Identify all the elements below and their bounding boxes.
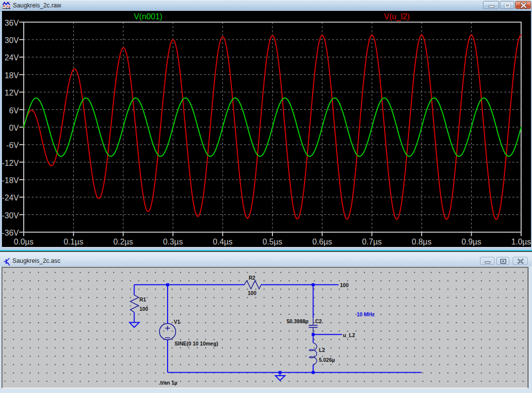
y-axis-label: -24V (2, 193, 19, 202)
waveform-document-icon (2, 1, 10, 9)
label-C2-value[interactable]: 50.3988p (287, 318, 309, 324)
y-axis-label: 12V (4, 88, 19, 97)
waveform-plot-pane[interactable]: 36V30V24V18V12V6V0V-6V-12V-18V-24V-30V-3… (2, 11, 531, 247)
y-axis-label: 0V (9, 123, 19, 132)
restore-icon (497, 257, 510, 265)
schematic-minimize-button[interactable] (480, 257, 494, 265)
x-axis-label: 0.6µs (312, 237, 332, 246)
y-axis-label: 6V (9, 106, 19, 115)
close-icon (513, 257, 528, 265)
waveform-window: Saugkreis_2c.raw 36V30V24V18V12V6V0V-6V-… (0, 0, 532, 251)
schematic-restore-button[interactable] (496, 257, 509, 265)
waveform-plot: 36V30V24V18V12V6V0V-6V-12V-18V-24V-30V-3… (2, 11, 531, 247)
y-axis-label: -6V (6, 141, 19, 149)
schematic-close-button[interactable] (513, 257, 528, 265)
y-axis-label: -18V (2, 176, 19, 185)
label-L2-name[interactable]: L2 (319, 347, 325, 353)
junction-dot (166, 283, 169, 286)
label-V1-value[interactable]: SINE(0 10 10meg) (175, 341, 218, 346)
trace-label-V(u_l2)[interactable]: V(u_l2) (384, 12, 409, 21)
label-V1-name[interactable]: V1 (174, 319, 180, 325)
y-axis-label: 36V (4, 18, 19, 27)
label-C2-name[interactable]: C2 (315, 318, 322, 324)
schematic-window: Saugkreis_2c.asc (0, 251, 532, 393)
schematic-canvas[interactable]: R1 100 V1 SINE(0 10 10meg) R2 100 50.398… (1, 267, 529, 389)
y-axis-label: -30V (2, 211, 19, 220)
label-R1-name[interactable]: R1 (139, 296, 146, 302)
x-axis-label: 0.9µs (461, 237, 481, 246)
x-axis-label: 0.8µs (412, 237, 432, 246)
minimize-icon (484, 1, 499, 9)
directive-tran[interactable]: .tran 1µ (159, 380, 177, 386)
label-R1-value[interactable]: 100 (139, 306, 148, 312)
schematic-drawing: R1 100 V1 SINE(0 10 10meg) R2 100 50.398… (2, 268, 528, 388)
minimize-icon (481, 257, 495, 265)
x-axis-label: 0.4µs (213, 237, 232, 246)
y-axis-label: -12V (2, 158, 19, 167)
screen: { "wave_window": { "title": "Saugkreis_2… (0, 0, 532, 393)
junction-dot (311, 333, 314, 336)
schematic-document-icon (3, 257, 10, 266)
junction-dot (311, 371, 314, 374)
label-R2-name[interactable]: R2 (249, 275, 256, 281)
restore-icon (500, 1, 515, 9)
y-axis-label: 30V (4, 36, 19, 45)
schematic-titlebar[interactable]: Saugkreis_2c.asc (0, 252, 532, 266)
x-axis-label: 1.0µs (511, 237, 531, 246)
label-L2-value[interactable]: 5.026µ (319, 357, 335, 363)
waveform-window-title: Saugkreis_2c.raw (13, 2, 61, 9)
comment-10mhz[interactable]: 10 MHz (357, 311, 375, 317)
trace-label-V(n001)[interactable]: V(n001) (134, 12, 163, 21)
net-label-100[interactable]: 100 (340, 282, 349, 288)
x-axis-label: 0.1µs (64, 237, 84, 246)
waveform-close-button[interactable] (515, 1, 531, 9)
x-axis-label: 0.7µs (362, 237, 382, 246)
label-R2-value[interactable]: 100 (248, 290, 257, 296)
waveform-titlebar[interactable]: Saugkreis_2c.raw (0, 0, 532, 11)
close-icon (516, 1, 532, 9)
x-axis-label: 0.5µs (263, 237, 282, 246)
waveform-restore-button[interactable] (500, 1, 514, 9)
net-label-u_L2[interactable]: u_L2 (343, 332, 355, 338)
waveform-minimize-button[interactable] (483, 1, 499, 9)
junction-dot (311, 283, 314, 286)
schematic-window-title: Saugkreis_2c.asc (12, 257, 60, 264)
schematic-grid-dots (2, 268, 528, 388)
y-axis-label: 18V (4, 71, 19, 80)
y-axis-label: 24V (4, 53, 19, 62)
x-axis-label: 0.3µs (163, 237, 183, 246)
y-axis-label: -36V (2, 228, 19, 237)
x-axis-label: 0.2µs (113, 237, 133, 246)
x-axis-label: 0.0µs (14, 237, 34, 246)
